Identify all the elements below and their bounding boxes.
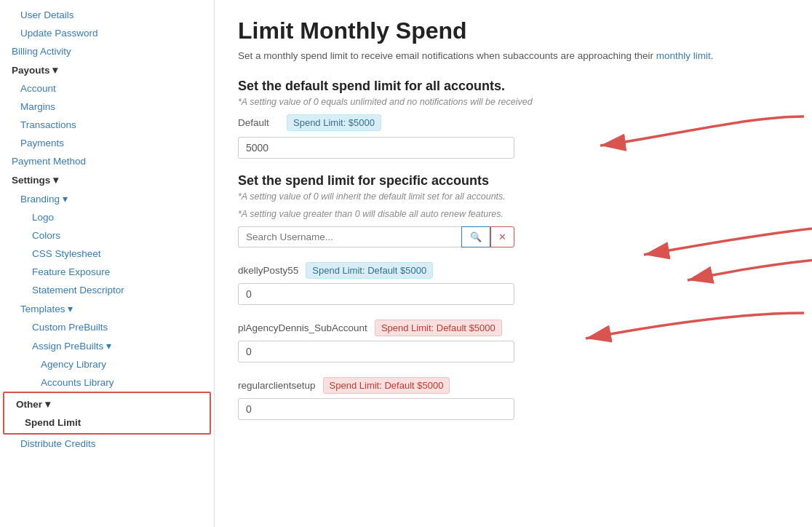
specific-section-title: Set the spend limit for specific account… <box>238 173 789 189</box>
main-content: Limit Monthly Spend Set a monthly spend … <box>215 0 812 527</box>
account-row-2: regularclientsetup Spend Limit: Default … <box>238 377 789 420</box>
default-section: Set the default spend limit for all acco… <box>238 79 789 159</box>
sidebar-item-margins[interactable]: Margins <box>0 98 214 116</box>
sidebar-item-assign-prebuilts[interactable]: Assign PreBuilts ▾ <box>0 336 214 355</box>
sidebar-item-spend-limit[interactable]: Spend Limit <box>4 413 210 432</box>
sidebar-item-custom-prebuilts[interactable]: Custom PreBuilts <box>0 318 214 336</box>
account-name-0: dkellyPosty55 <box>238 265 298 276</box>
sidebar-item-billing-activity[interactable]: Billing Activity <box>0 42 214 60</box>
sidebar-item-payments[interactable]: Payments <box>0 134 214 152</box>
default-section-note: *A setting value of 0 equals unlimited a… <box>238 97 789 107</box>
sidebar-item-user-details[interactable]: User Details <box>0 6 214 24</box>
page-subtitle: Set a monthly spend limit to receive ema… <box>238 50 789 61</box>
sidebar-item-transactions[interactable]: Transactions <box>0 116 214 134</box>
sidebar-item-payment-method[interactable]: Payment Method <box>0 152 214 170</box>
sidebar-item-payouts[interactable]: Payouts ▾ <box>0 60 214 79</box>
search-icon: 🔍 <box>470 231 482 242</box>
account-badge-0: Spend Limit: Default $5000 <box>306 262 433 279</box>
sidebar-item-other[interactable]: Other ▾ <box>4 395 210 413</box>
sidebar-item-distribute-credits[interactable]: Distribute Credits <box>0 435 214 453</box>
account-name-2: regularclientsetup <box>238 380 316 391</box>
account-input-2[interactable] <box>238 398 514 420</box>
account-name-1: plAgencyDennis_SubAccount <box>238 322 367 333</box>
sidebar-item-feature-exposure[interactable]: Feature Exposure <box>0 263 214 281</box>
sidebar-item-branding[interactable]: Branding ▾ <box>0 189 214 208</box>
search-input[interactable] <box>238 226 461 247</box>
specific-section-note2: *A setting value greater than 0 will dis… <box>238 209 789 219</box>
account-header-1: plAgencyDennis_SubAccount Spend Limit: D… <box>238 320 789 336</box>
sidebar-item-settings[interactable]: Settings ▾ <box>0 170 214 189</box>
account-input-0[interactable] <box>238 283 514 305</box>
sidebar-item-colors[interactable]: Colors <box>0 226 214 245</box>
account-header-2: regularclientsetup Spend Limit: Default … <box>238 377 789 394</box>
account-input-1[interactable] <box>238 341 514 362</box>
sidebar-item-update-password[interactable]: Update Password <box>0 24 214 42</box>
account-row-0: dkellyPosty55 Spend Limit: Default $5000 <box>238 262 789 305</box>
search-row: 🔍 ✕ <box>238 226 514 247</box>
sidebar-item-agency-library[interactable]: Agency Library <box>0 355 214 373</box>
monthly-limit-link[interactable]: monthly limit <box>656 50 711 61</box>
default-spend-limit-input[interactable] <box>238 137 514 159</box>
sidebar: User Details Update Password Billing Act… <box>0 0 215 527</box>
sidebar-item-logo[interactable]: Logo <box>0 208 214 226</box>
account-header-0: dkellyPosty55 Spend Limit: Default $5000 <box>238 262 789 279</box>
account-badge-2: Spend Limit: Default $5000 <box>323 377 450 394</box>
sidebar-item-templates[interactable]: Templates ▾ <box>0 299 214 318</box>
default-section-title: Set the default spend limit for all acco… <box>238 79 789 94</box>
specific-section-note1: *A setting value of 0 will inherit the d… <box>238 191 789 202</box>
account-row-1: plAgencyDennis_SubAccount Spend Limit: D… <box>238 320 789 362</box>
page-title: Limit Monthly Spend <box>238 17 789 44</box>
clear-search-button[interactable]: ✕ <box>490 226 514 247</box>
default-label: Default <box>238 117 278 128</box>
sidebar-item-accounts-library[interactable]: Accounts Library <box>0 373 214 392</box>
sidebar-item-css-stylesheet[interactable]: CSS Stylesheet <box>0 245 214 263</box>
sidebar-active-group: Other ▾ Spend Limit <box>3 392 211 435</box>
default-row: Default Spend Limit: $5000 <box>238 114 789 131</box>
search-button[interactable]: 🔍 <box>461 226 490 247</box>
sidebar-item-account[interactable]: Account <box>0 79 214 98</box>
specific-section: Set the spend limit for specific account… <box>238 173 789 420</box>
account-badge-1: Spend Limit: Default $5000 <box>375 320 502 336</box>
sidebar-item-statement-descriptor[interactable]: Statement Descriptor <box>0 281 214 299</box>
clear-icon: ✕ <box>498 231 506 242</box>
default-badge: Spend Limit: $5000 <box>287 114 381 131</box>
